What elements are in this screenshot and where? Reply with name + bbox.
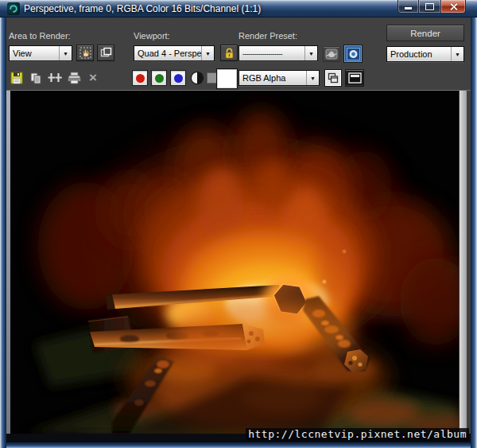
area-to-render-dropdown[interactable]: View ▼ [9, 45, 72, 61]
ui-overlays-icon [328, 72, 339, 84]
dropdown-arrow-icon: ▼ [304, 46, 317, 60]
auto-region-icon [100, 47, 112, 59]
titlebar[interactable]: Perspective, frame 0, RGBA Color 16 Bits… [0, 0, 477, 18]
window-frame-left [0, 18, 6, 448]
clone-window-icon [48, 72, 62, 84]
background-color-swatch[interactable] [216, 68, 238, 89]
window-frame-bottom [6, 442, 471, 448]
render-button[interactable]: Render [386, 25, 464, 41]
green-channel-icon [155, 74, 164, 83]
auto-region-button[interactable] [97, 45, 114, 61]
ui-monitor-icon [348, 72, 362, 84]
maximize-button[interactable] [419, 0, 440, 14]
copy-icon [29, 72, 42, 84]
viewport-dropdown[interactable]: Quad 4 - Perspec ▼ [134, 45, 215, 61]
dropdown-arrow-icon: ▼ [59, 46, 72, 60]
dropdown-arrow-icon: ▼ [201, 46, 214, 60]
green-channel-button[interactable] [151, 70, 167, 86]
lock-icon [224, 48, 235, 59]
save-icon [10, 72, 23, 84]
minimize-icon [405, 7, 412, 10]
render-mode-dropdown[interactable]: Production ▼ [386, 46, 464, 62]
clone-rendered-frame-button[interactable] [46, 70, 64, 86]
save-image-button[interactable] [8, 70, 25, 86]
window-frame-right [471, 18, 477, 448]
clear-button[interactable]: × [84, 70, 102, 86]
maximize-icon [425, 3, 434, 10]
dropdown-arrow-icon: ▼ [451, 47, 463, 61]
close-button[interactable] [440, 0, 466, 14]
close-icon [449, 2, 458, 11]
blue-channel-button[interactable] [170, 70, 186, 86]
environment-effects-button[interactable] [343, 45, 363, 63]
viewport-label: Viewport: [134, 31, 170, 41]
rendered-image [10, 91, 459, 434]
dropdown-arrow-icon: ▼ [306, 71, 319, 85]
window-title: Perspective, frame 0, RGBA Color 16 Bits… [24, 3, 261, 14]
edit-region-button[interactable] [76, 45, 94, 61]
area-to-render-label: Area to Render: [9, 31, 71, 41]
toggle-ui-overlays-button[interactable] [324, 69, 342, 87]
blue-channel-icon [174, 74, 183, 83]
render-window-content: Area to Render: View ▼ Viewport: Quad 4 … [6, 18, 471, 442]
minimize-button[interactable] [398, 0, 419, 14]
toggle-ui-button[interactable] [345, 69, 364, 87]
render-preset-dropdown[interactable]: -------------------- ▼ [238, 45, 318, 61]
printer-icon [68, 72, 81, 84]
clear-x-icon: × [89, 72, 97, 84]
lock-viewport-button[interactable] [220, 45, 238, 61]
app-icon [7, 2, 20, 15]
environment-effects-icon [347, 48, 360, 60]
vertical-scrollbar[interactable] [459, 91, 467, 434]
edit-region-icon [80, 47, 91, 59]
campfire-render [10, 91, 459, 434]
alpha-half-circle-icon [192, 72, 203, 84]
red-channel-button[interactable] [132, 70, 148, 86]
render-setup-icon [325, 49, 338, 60]
red-channel-icon [136, 74, 145, 83]
render-preset-label: Render Preset: [238, 31, 297, 41]
render-setup-button[interactable] [323, 46, 340, 62]
alpha-channel-button[interactable] [189, 70, 205, 86]
window-controls [398, 0, 466, 14]
watermark: http://lccnetvip.pixnet.net/album [246, 428, 469, 441]
channel-display-dropdown[interactable]: RGB Alpha ▼ [238, 70, 320, 86]
print-image-button[interactable] [65, 70, 83, 86]
rendered-frame-window: Perspective, frame 0, RGBA Color 16 Bits… [0, 0, 477, 448]
copy-image-button[interactable] [27, 70, 45, 86]
